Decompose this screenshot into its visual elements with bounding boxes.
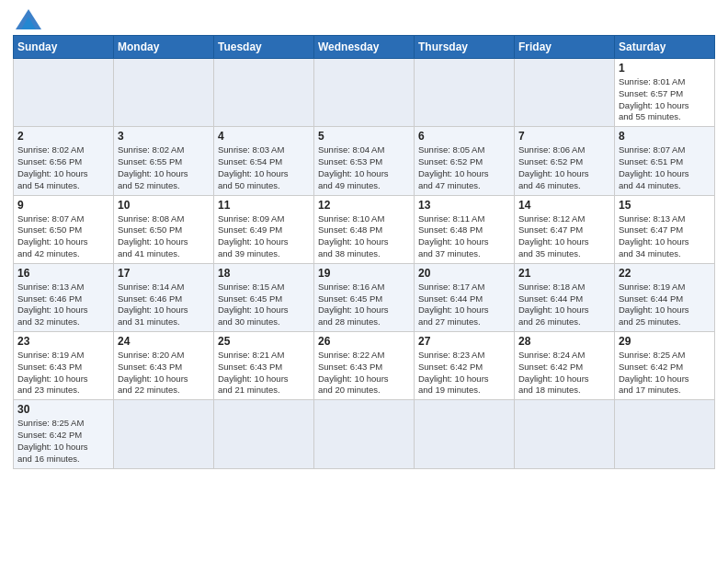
day-info: Sunrise: 8:03 AM Sunset: 6:54 PM Dayligh… — [218, 144, 310, 191]
day-info: Sunrise: 8:04 AM Sunset: 6:53 PM Dayligh… — [318, 144, 410, 191]
day-cell: 15Sunrise: 8:13 AM Sunset: 6:47 PM Dayli… — [615, 195, 715, 263]
day-info: Sunrise: 8:24 AM Sunset: 6:42 PM Dayligh… — [518, 350, 610, 396]
page: SundayMondayTuesdayWednesdayThursdayFrid… — [0, 0, 728, 563]
day-info: Sunrise: 8:06 AM Sunset: 6:52 PM Dayligh… — [518, 144, 610, 191]
day-number: 8 — [619, 130, 711, 143]
day-info: Sunrise: 8:16 AM Sunset: 6:45 PM Dayligh… — [318, 282, 410, 328]
day-cell: 19Sunrise: 8:16 AM Sunset: 6:45 PM Dayli… — [314, 263, 415, 331]
day-number: 2 — [17, 130, 109, 143]
day-number: 28 — [518, 335, 610, 348]
week-row-3: 9Sunrise: 8:07 AM Sunset: 6:50 PM Daylig… — [14, 195, 715, 263]
logo-icon — [16, 9, 41, 29]
day-info: Sunrise: 8:09 AM Sunset: 6:49 PM Dayligh… — [218, 213, 310, 260]
day-number: 22 — [619, 267, 711, 280]
weekday-header-tuesday: Tuesday — [214, 36, 314, 59]
day-info: Sunrise: 8:19 AM Sunset: 6:43 PM Dayligh… — [17, 350, 109, 396]
day-info: Sunrise: 8:21 AM Sunset: 6:43 PM Dayligh… — [218, 350, 310, 396]
day-info: Sunrise: 8:08 AM Sunset: 6:50 PM Dayligh… — [118, 213, 210, 260]
header — [13, 9, 715, 29]
day-number: 21 — [518, 267, 610, 280]
day-cell: 23Sunrise: 8:19 AM Sunset: 6:43 PM Dayli… — [14, 332, 114, 400]
day-cell — [515, 59, 615, 127]
day-cell: 11Sunrise: 8:09 AM Sunset: 6:49 PM Dayli… — [214, 195, 314, 263]
weekday-header-wednesday: Wednesday — [314, 36, 415, 59]
day-cell: 7Sunrise: 8:06 AM Sunset: 6:52 PM Daylig… — [515, 127, 615, 195]
day-cell: 16Sunrise: 8:13 AM Sunset: 6:46 PM Dayli… — [14, 263, 114, 331]
day-info: Sunrise: 8:15 AM Sunset: 6:45 PM Dayligh… — [218, 282, 310, 328]
day-number: 9 — [17, 199, 109, 212]
day-info: Sunrise: 8:22 AM Sunset: 6:43 PM Dayligh… — [318, 350, 410, 396]
day-cell: 1Sunrise: 8:01 AM Sunset: 6:57 PM Daylig… — [615, 59, 715, 127]
day-cell — [114, 59, 214, 127]
day-cell — [314, 59, 415, 127]
day-cell: 29Sunrise: 8:25 AM Sunset: 6:42 PM Dayli… — [615, 332, 715, 400]
day-cell — [515, 400, 615, 468]
day-number: 7 — [518, 130, 610, 143]
day-number: 11 — [218, 199, 310, 212]
day-cell: 17Sunrise: 8:14 AM Sunset: 6:46 PM Dayli… — [114, 263, 214, 331]
day-cell: 8Sunrise: 8:07 AM Sunset: 6:51 PM Daylig… — [615, 127, 715, 195]
weekday-header-monday: Monday — [114, 36, 214, 59]
day-cell: 3Sunrise: 8:02 AM Sunset: 6:55 PM Daylig… — [114, 127, 214, 195]
day-cell: 6Sunrise: 8:05 AM Sunset: 6:52 PM Daylig… — [415, 127, 515, 195]
day-info: Sunrise: 8:25 AM Sunset: 6:42 PM Dayligh… — [619, 350, 711, 396]
day-cell: 24Sunrise: 8:20 AM Sunset: 6:43 PM Dayli… — [114, 332, 214, 400]
day-info: Sunrise: 8:12 AM Sunset: 6:47 PM Dayligh… — [518, 213, 610, 260]
day-number: 3 — [118, 130, 210, 143]
day-cell — [314, 400, 415, 468]
day-cell: 20Sunrise: 8:17 AM Sunset: 6:44 PM Dayli… — [415, 263, 515, 331]
weekday-header-friday: Friday — [515, 36, 615, 59]
week-row-6: 30Sunrise: 8:25 AM Sunset: 6:42 PM Dayli… — [14, 400, 715, 468]
day-number: 23 — [17, 335, 109, 348]
day-number: 14 — [518, 199, 610, 212]
day-number: 20 — [418, 267, 510, 280]
day-info: Sunrise: 8:02 AM Sunset: 6:55 PM Dayligh… — [118, 144, 210, 191]
day-number: 17 — [118, 267, 210, 280]
day-cell — [214, 400, 314, 468]
weekday-header-saturday: Saturday — [615, 36, 715, 59]
day-number: 15 — [619, 199, 711, 212]
day-number: 12 — [318, 199, 410, 212]
day-cell: 18Sunrise: 8:15 AM Sunset: 6:45 PM Dayli… — [214, 263, 314, 331]
day-cell: 9Sunrise: 8:07 AM Sunset: 6:50 PM Daylig… — [14, 195, 114, 263]
day-cell — [615, 400, 715, 468]
day-number: 10 — [118, 199, 210, 212]
day-number: 5 — [318, 130, 410, 143]
day-info: Sunrise: 8:13 AM Sunset: 6:46 PM Dayligh… — [17, 282, 109, 328]
day-info: Sunrise: 8:10 AM Sunset: 6:48 PM Dayligh… — [318, 213, 410, 260]
day-info: Sunrise: 8:07 AM Sunset: 6:51 PM Dayligh… — [619, 144, 711, 191]
day-info: Sunrise: 8:14 AM Sunset: 6:46 PM Dayligh… — [118, 282, 210, 328]
day-info: Sunrise: 8:19 AM Sunset: 6:44 PM Dayligh… — [619, 282, 711, 328]
day-number: 27 — [418, 335, 510, 348]
day-number: 6 — [418, 130, 510, 143]
day-info: Sunrise: 8:17 AM Sunset: 6:44 PM Dayligh… — [418, 282, 510, 328]
day-info: Sunrise: 8:20 AM Sunset: 6:43 PM Dayligh… — [118, 350, 210, 396]
day-cell: 25Sunrise: 8:21 AM Sunset: 6:43 PM Dayli… — [214, 332, 314, 400]
week-row-4: 16Sunrise: 8:13 AM Sunset: 6:46 PM Dayli… — [14, 263, 715, 331]
day-info: Sunrise: 8:11 AM Sunset: 6:48 PM Dayligh… — [418, 213, 510, 260]
day-info: Sunrise: 8:13 AM Sunset: 6:47 PM Dayligh… — [619, 213, 711, 260]
day-cell: 26Sunrise: 8:22 AM Sunset: 6:43 PM Dayli… — [314, 332, 415, 400]
week-row-1: 1Sunrise: 8:01 AM Sunset: 6:57 PM Daylig… — [14, 59, 715, 127]
day-info: Sunrise: 8:02 AM Sunset: 6:56 PM Dayligh… — [17, 144, 109, 191]
day-cell: 22Sunrise: 8:19 AM Sunset: 6:44 PM Dayli… — [615, 263, 715, 331]
day-info: Sunrise: 8:18 AM Sunset: 6:44 PM Dayligh… — [518, 282, 610, 328]
logo — [13, 9, 41, 29]
weekday-header-row: SundayMondayTuesdayWednesdayThursdayFrid… — [14, 36, 715, 59]
day-info: Sunrise: 8:05 AM Sunset: 6:52 PM Dayligh… — [418, 144, 510, 191]
day-cell: 28Sunrise: 8:24 AM Sunset: 6:42 PM Dayli… — [515, 332, 615, 400]
day-cell — [214, 59, 314, 127]
calendar: SundayMondayTuesdayWednesdayThursdayFrid… — [13, 35, 715, 469]
day-number: 29 — [619, 335, 711, 348]
day-info: Sunrise: 8:07 AM Sunset: 6:50 PM Dayligh… — [17, 213, 109, 260]
day-number: 16 — [17, 267, 109, 280]
day-cell: 5Sunrise: 8:04 AM Sunset: 6:53 PM Daylig… — [314, 127, 415, 195]
day-cell: 2Sunrise: 8:02 AM Sunset: 6:56 PM Daylig… — [14, 127, 114, 195]
day-cell: 14Sunrise: 8:12 AM Sunset: 6:47 PM Dayli… — [515, 195, 615, 263]
day-cell — [415, 59, 515, 127]
weekday-header-thursday: Thursday — [415, 36, 515, 59]
day-cell: 12Sunrise: 8:10 AM Sunset: 6:48 PM Dayli… — [314, 195, 415, 263]
week-row-2: 2Sunrise: 8:02 AM Sunset: 6:56 PM Daylig… — [14, 127, 715, 195]
day-number: 26 — [318, 335, 410, 348]
day-number: 1 — [619, 62, 711, 75]
